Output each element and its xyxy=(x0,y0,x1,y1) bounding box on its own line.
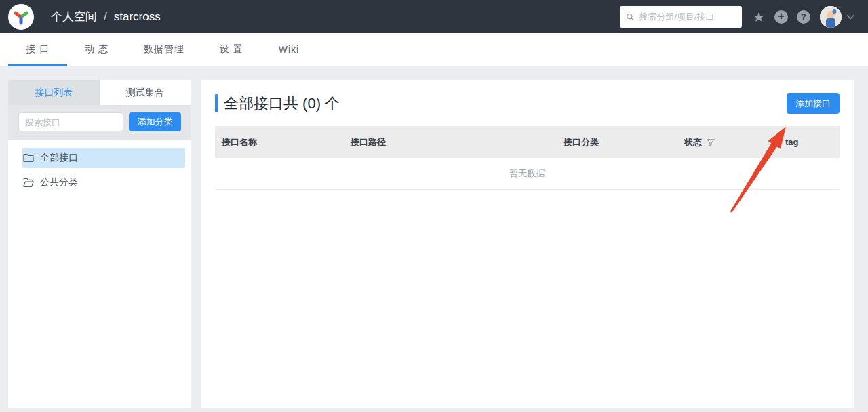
search-icon xyxy=(626,12,634,22)
tab-activity-label: 动 态 xyxy=(85,43,108,56)
column-header-label: 状态 xyxy=(684,136,702,148)
interface-table: 接口名称 接口路径 接口分类 状态 tag xyxy=(215,126,840,190)
column-header-name: 接口名称 xyxy=(215,136,344,148)
interface-sidebar: 接口列表 测试集合 添加分类 全部接口 xyxy=(8,80,191,408)
column-header-label: tag xyxy=(785,137,799,147)
breadcrumb-separator: / xyxy=(104,10,107,24)
empty-state-text: 暂无数据 xyxy=(510,167,545,180)
tab-settings[interactable]: 设 置 xyxy=(202,33,261,66)
user-avatar[interactable] xyxy=(820,6,842,28)
sidebar-head: 接口列表 测试集合 添加分类 xyxy=(8,80,191,140)
column-header-category: 接口分类 xyxy=(557,136,677,148)
yapi-logo-icon[interactable] xyxy=(8,4,34,30)
tab-interface-list[interactable]: 接口列表 xyxy=(8,80,100,105)
global-search-box xyxy=(620,6,742,28)
tab-wiki-label: Wiki xyxy=(279,44,299,55)
column-header-status: 状态 xyxy=(677,136,778,148)
interface-panel: 全部接口共 (0) 个 添加接口 接口名称 接口路径 接口分类 状态 xyxy=(201,80,854,408)
tree-item-label: 全部接口 xyxy=(40,152,78,164)
header-actions: ★ + ? xyxy=(620,6,854,28)
yapi-logo-glyph xyxy=(13,9,29,25)
question-circle-icon[interactable]: ? xyxy=(797,10,810,24)
tab-data-manage[interactable]: 数据管理 xyxy=(126,33,202,66)
content-layout: 接口列表 测试集合 添加分类 全部接口 xyxy=(0,66,868,408)
avatar-image xyxy=(820,6,842,28)
interface-search-input[interactable] xyxy=(18,112,123,131)
status-filter-icon[interactable] xyxy=(707,138,715,146)
project-nav: 接 口 动 态 数据管理 设 置 Wiki xyxy=(0,33,868,66)
breadcrumb: 个人空间 / starcross xyxy=(51,9,161,24)
tab-test-collection-label: 测试集合 xyxy=(126,87,164,99)
tab-activity[interactable]: 动 态 xyxy=(67,33,126,66)
column-header-label: 接口分类 xyxy=(564,136,599,148)
add-interface-button[interactable]: 添加接口 xyxy=(787,93,840,114)
folder-icon xyxy=(23,153,34,163)
panel-title-text: 全部接口共 (0) 个 xyxy=(224,94,340,114)
title-accent-bar xyxy=(215,94,218,112)
category-tree: 全部接口 公共分类 xyxy=(8,140,191,408)
plus-circle-icon[interactable]: + xyxy=(774,10,788,24)
table-empty-state: 暂无数据 xyxy=(215,158,840,190)
app-header: 个人空间 / starcross ★ + ? xyxy=(0,0,868,33)
tree-item-public-category[interactable]: 公共分类 xyxy=(22,172,185,192)
sidebar-search-row: 添加分类 xyxy=(8,105,191,140)
tab-interface-list-label: 接口列表 xyxy=(35,87,73,99)
add-category-button[interactable]: 添加分类 xyxy=(129,112,181,131)
tab-interface-label: 接 口 xyxy=(26,43,50,56)
sidebar-tabs: 接口列表 测试集合 xyxy=(8,80,191,105)
breadcrumb-group[interactable]: 个人空间 xyxy=(51,9,97,24)
tab-interface[interactable]: 接 口 xyxy=(8,33,67,66)
folder-open-icon xyxy=(23,178,34,187)
column-header-tag: tag xyxy=(778,137,840,147)
breadcrumb-project: starcross xyxy=(114,10,161,24)
table-header-row: 接口名称 接口路径 接口分类 状态 tag xyxy=(215,126,840,158)
star-icon[interactable]: ★ xyxy=(753,10,765,24)
panel-header: 全部接口共 (0) 个 添加接口 xyxy=(215,92,840,115)
tab-data-manage-label: 数据管理 xyxy=(144,43,184,56)
panel-title: 全部接口共 (0) 个 xyxy=(215,94,340,114)
column-header-label: 接口名称 xyxy=(222,136,257,148)
global-search-input[interactable] xyxy=(639,12,736,22)
tab-test-collection[interactable]: 测试集合 xyxy=(100,80,191,105)
column-header-path: 接口路径 xyxy=(344,136,557,148)
tree-item-all-interfaces[interactable]: 全部接口 xyxy=(22,148,185,168)
tab-wiki[interactable]: Wiki xyxy=(261,33,317,66)
tab-settings-label: 设 置 xyxy=(220,43,243,56)
tree-item-label: 公共分类 xyxy=(40,176,78,188)
column-header-label: 接口路径 xyxy=(351,136,386,148)
chevron-down-icon[interactable] xyxy=(846,14,854,20)
